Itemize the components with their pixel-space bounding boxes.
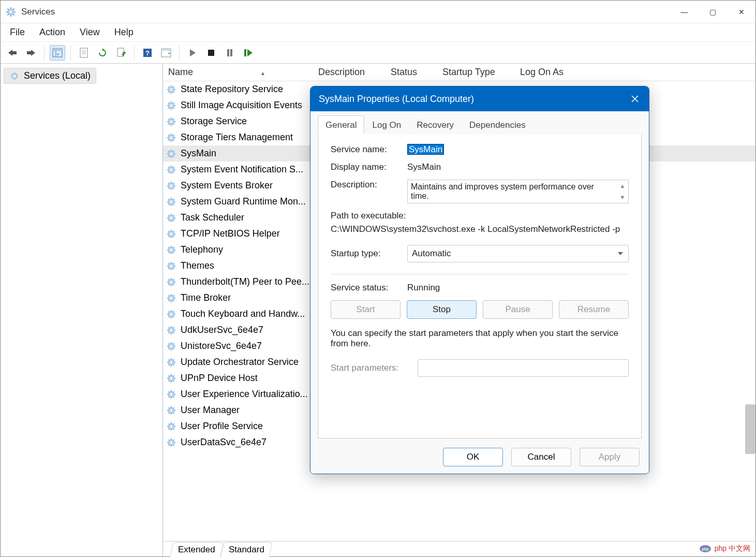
svg-line-37 xyxy=(173,92,174,93)
tab-general[interactable]: General xyxy=(318,115,364,134)
tab-logon[interactable]: Log On xyxy=(364,115,409,134)
scroll-down-icon[interactable]: ▼ xyxy=(618,193,627,202)
svg-line-206 xyxy=(168,359,169,360)
start-service-icon[interactable] xyxy=(185,45,200,61)
scrollbar-thumb[interactable] xyxy=(745,404,755,454)
svg-rect-11 xyxy=(27,51,32,54)
apply-button: Apply xyxy=(580,448,640,466)
cancel-button[interactable]: Cancel xyxy=(511,448,571,466)
label-service-status: Service status: xyxy=(331,283,407,293)
details-pane-icon[interactable] xyxy=(158,45,174,61)
scroll-up-icon[interactable]: ▲ xyxy=(618,181,627,190)
svg-line-48 xyxy=(168,108,169,109)
svg-line-198 xyxy=(168,348,169,349)
gear-icon xyxy=(166,341,176,351)
column-name[interactable]: Name▲ xyxy=(163,67,313,78)
value-description: Maintains and improves system performanc… xyxy=(411,182,594,200)
show-hide-tree-icon[interactable] xyxy=(50,45,65,61)
pause-service-icon[interactable] xyxy=(222,45,238,61)
svg-line-7 xyxy=(13,14,14,15)
service-name: UdkUserSvc_6e4e7 xyxy=(181,325,263,335)
menu-view[interactable]: View xyxy=(80,27,100,38)
svg-point-111 xyxy=(170,216,172,218)
close-button[interactable]: ✕ xyxy=(727,1,755,23)
svg-line-67 xyxy=(173,140,174,141)
properties-icon[interactable] xyxy=(76,45,92,61)
svg-line-77 xyxy=(173,156,174,157)
stop-button[interactable]: Stop xyxy=(407,300,477,319)
tab-standard[interactable]: Standard xyxy=(220,542,273,557)
svg-point-41 xyxy=(170,104,172,106)
svg-point-211 xyxy=(170,377,172,379)
help-icon[interactable]: ? xyxy=(140,45,155,61)
forward-icon[interactable] xyxy=(23,45,39,61)
service-name: Thunderbolt(TM) Peer to Pee... xyxy=(181,276,309,287)
gear-icon xyxy=(166,116,176,127)
menu-help[interactable]: Help xyxy=(114,27,134,38)
restart-service-icon[interactable] xyxy=(241,45,256,61)
maximize-button[interactable]: ▢ xyxy=(699,1,727,23)
column-description[interactable]: Description xyxy=(313,67,386,78)
tab-dependencies[interactable]: Dependencies xyxy=(462,115,533,134)
gear-icon xyxy=(166,197,176,207)
gear-icon xyxy=(166,213,176,223)
svg-line-237 xyxy=(173,413,174,414)
gear-icon xyxy=(166,405,176,416)
svg-line-156 xyxy=(168,279,169,280)
export-icon[interactable] xyxy=(113,45,129,61)
svg-line-176 xyxy=(168,311,169,312)
svg-rect-23 xyxy=(161,49,171,51)
svg-line-129 xyxy=(173,231,174,232)
description-box[interactable]: Maintains and improves system performanc… xyxy=(407,180,629,203)
value-service-name[interactable]: SysMain xyxy=(407,144,444,155)
svg-line-66 xyxy=(168,135,169,136)
svg-rect-26 xyxy=(230,49,232,56)
svg-rect-15 xyxy=(80,48,87,57)
toolbar: ? xyxy=(1,42,755,64)
svg-line-167 xyxy=(173,300,174,301)
column-startup-type[interactable]: Startup Type xyxy=(437,67,515,78)
svg-text:php: php xyxy=(702,547,708,551)
back-icon[interactable] xyxy=(5,45,20,61)
svg-point-91 xyxy=(170,184,172,186)
svg-line-76 xyxy=(168,151,169,152)
svg-line-219 xyxy=(173,375,174,376)
svg-line-189 xyxy=(173,327,174,328)
label-display-name: Display name: xyxy=(331,162,407,172)
gear-icon xyxy=(166,261,176,271)
service-name: System Guard Runtime Mon... xyxy=(181,196,306,207)
svg-line-217 xyxy=(173,380,174,382)
refresh-icon[interactable] xyxy=(95,45,110,61)
gear-icon xyxy=(166,181,176,191)
svg-line-228 xyxy=(168,397,169,398)
column-logon-as[interactable]: Log On As xyxy=(515,67,587,78)
column-status[interactable]: Status xyxy=(386,67,437,78)
svg-line-136 xyxy=(168,247,169,248)
menu-bar: File Action View Help xyxy=(1,23,755,42)
svg-point-241 xyxy=(170,425,172,427)
svg-point-251 xyxy=(170,441,172,443)
svg-line-197 xyxy=(173,348,174,349)
startup-type-select[interactable]: Automatic xyxy=(407,245,629,262)
minimize-button[interactable]: — xyxy=(670,1,699,23)
menu-action[interactable]: Action xyxy=(39,27,65,38)
resume-button: Resume xyxy=(559,300,629,319)
ok-button[interactable]: OK xyxy=(443,448,503,466)
gear-icon xyxy=(6,7,16,17)
tab-extended[interactable]: Extended xyxy=(170,542,224,557)
tree-pane: Services (Local) xyxy=(1,64,163,556)
stop-service-icon[interactable] xyxy=(203,45,219,61)
svg-line-107 xyxy=(173,204,174,205)
dialog-close-button[interactable] xyxy=(621,86,649,111)
service-name: Storage Service xyxy=(181,116,247,127)
svg-line-168 xyxy=(168,300,169,301)
tree-root-services-local[interactable]: Services (Local) xyxy=(4,68,96,84)
svg-point-131 xyxy=(170,248,172,251)
properties-dialog: SysMain Properties (Local Computer) Gene… xyxy=(310,86,649,474)
service-name: Storage Tiers Management xyxy=(181,132,293,143)
service-name: Telephony xyxy=(181,244,223,255)
svg-line-68 xyxy=(168,140,169,141)
svg-point-221 xyxy=(170,393,172,395)
tab-recovery[interactable]: Recovery xyxy=(409,115,462,134)
menu-file[interactable]: File xyxy=(10,27,25,38)
